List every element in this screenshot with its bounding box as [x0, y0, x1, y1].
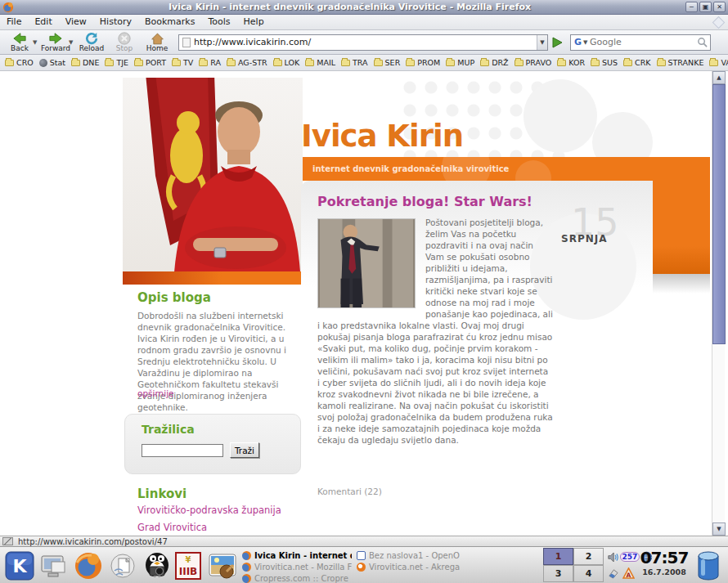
- pager-desktop-1[interactable]: 1: [543, 548, 573, 565]
- search-bar[interactable]: G ▼: [570, 34, 711, 51]
- folder-icon: [480, 60, 489, 66]
- forward-button[interactable]: Forward: [39, 32, 72, 52]
- blog-search-input[interactable]: [142, 444, 223, 457]
- bookmark-folder-sus[interactable]: SUS: [591, 58, 618, 67]
- bookmark-folder-agstr[interactable]: AG-STR: [227, 58, 267, 67]
- bookmark-folder-tv[interactable]: TV: [172, 58, 193, 67]
- taskbar-clock[interactable]: 07:57 16.7.2008: [636, 548, 692, 576]
- bookmark-folder-crk[interactable]: CRK: [623, 58, 650, 67]
- maximize-button[interactable]: ▣: [699, 2, 712, 12]
- bookmark-folder-ra[interactable]: RA: [199, 58, 221, 67]
- folder-icon: [657, 60, 666, 66]
- comments-link[interactable]: Komentari (22): [317, 487, 382, 496]
- url-input[interactable]: [194, 37, 537, 47]
- bookmark-folder-tje[interactable]: TJE: [105, 58, 128, 67]
- window-titlebar[interactable]: Ivica Kirin - internet dnevnik gradonače…: [0, 0, 728, 15]
- blue-cylinder-icon[interactable]: [695, 549, 721, 582]
- svg-text:A: A: [627, 572, 631, 579]
- iiib-launcher[interactable]: ¥ IIIB: [175, 551, 201, 581]
- pager-desktop-4[interactable]: 4: [573, 565, 604, 582]
- bookmark-folder-cro[interactable]: CRO: [5, 58, 34, 67]
- bookmark-folder-kor[interactable]: KOR: [557, 58, 585, 67]
- ksnapshot-launcher[interactable]: [142, 551, 172, 581]
- post-title[interactable]: Pokretanje bloga! Star Wars!: [317, 194, 533, 209]
- pager-desktop-2[interactable]: 2: [573, 548, 604, 565]
- openoffice-launcher[interactable]: [108, 551, 137, 581]
- folder-icon: [5, 60, 14, 66]
- menu-tools[interactable]: Tools: [201, 15, 236, 29]
- menu-edit[interactable]: Edit: [28, 15, 58, 29]
- bookmark-folder-mup[interactable]: MUP: [446, 58, 474, 67]
- taskbar-window-cropress[interactable]: Cropress.com :: Cropre: [242, 572, 352, 583]
- bookmark-folder-stranke[interactable]: STRANKE: [657, 58, 704, 67]
- menu-file[interactable]: File: [0, 15, 28, 29]
- bookmarks-toolbar: CRO Stat DNE TJE PORT TV RA AG-STR LOK M…: [0, 55, 728, 71]
- browser-viewport: Ivica Kirin internet dnevnik gradonačeln…: [0, 71, 728, 536]
- magnifier-icon[interactable]: [697, 37, 708, 47]
- taskbar-window-virovitica-net[interactable]: Virovitica.net - Mozilla F: [242, 561, 352, 572]
- bookmark-folder-lok[interactable]: LOK: [273, 58, 300, 67]
- bookmark-folder-prom[interactable]: PROM: [406, 58, 440, 67]
- bookmark-folder-mail[interactable]: MAIL: [305, 58, 335, 67]
- google-engine-icon[interactable]: G: [574, 37, 582, 47]
- bookmark-folder-tra[interactable]: TRA: [341, 58, 368, 67]
- klipper-icon[interactable]: [607, 568, 619, 579]
- link-zupanija[interactable]: Virovitičko-podravska županija: [137, 505, 281, 516]
- window-title: Ivica Kirin - internet dnevnik gradonače…: [14, 2, 685, 12]
- status-icon: [2, 537, 13, 545]
- bookmark-folder-ser[interactable]: SER: [374, 58, 401, 67]
- minimize-button[interactable]: ─: [685, 2, 698, 12]
- engine-dropdown[interactable]: ▼: [583, 39, 590, 46]
- folder-icon: [341, 60, 350, 66]
- openoffice-icon: [357, 551, 366, 560]
- go-button[interactable]: [550, 36, 564, 49]
- folder-icon: [273, 60, 282, 66]
- alarm-warning-icon[interactable]: A: [622, 567, 635, 579]
- taskbar-window-openoffice[interactable]: Bez naslova1 - OpenO: [357, 549, 466, 561]
- bookmark-folder-vat[interactable]: VAT: [709, 58, 728, 67]
- bookmark-folder-port[interactable]: PORT: [134, 58, 166, 67]
- image-viewer-launcher[interactable]: [208, 551, 237, 581]
- back-dropdown[interactable]: ▼: [33, 39, 39, 46]
- menu-bookmarks[interactable]: Bookmarks: [138, 15, 201, 29]
- pager-desktop-3[interactable]: 3: [543, 565, 573, 582]
- forward-dropdown[interactable]: ▼: [69, 39, 75, 46]
- vertical-scrollbar[interactable]: ▲ ▼: [712, 71, 725, 536]
- kmenu-button[interactable]: K: [5, 551, 34, 581]
- post-body: Poštovani posjetitelji bloga, želim Vas …: [317, 217, 553, 446]
- about-more-link[interactable]: opširnije: [137, 388, 174, 398]
- volume-icon[interactable]: [607, 551, 619, 563]
- reload-button[interactable]: Reload: [75, 32, 108, 52]
- kde-taskbar: K ¥: [0, 546, 728, 583]
- menu-help[interactable]: Help: [237, 15, 271, 29]
- link-grad-virovitica[interactable]: Grad Virovitica: [137, 522, 207, 533]
- desktop-pager: 1 2 3 4: [543, 548, 604, 583]
- folder-icon: [623, 60, 632, 66]
- bookmark-stat[interactable]: Stat: [39, 58, 65, 67]
- blog-search-button[interactable]: Traži: [230, 442, 259, 458]
- url-history-dropdown[interactable]: ▼: [537, 35, 547, 50]
- url-bar[interactable]: ▼: [178, 34, 548, 51]
- folder-icon: [71, 60, 80, 66]
- bookmark-folder-pravo[interactable]: PRAVO: [515, 58, 552, 67]
- close-button[interactable]: ✕: [713, 2, 726, 12]
- menu-view[interactable]: View: [59, 15, 93, 29]
- ivica-kirin-photo: [123, 78, 303, 285]
- web-search-input[interactable]: [590, 37, 697, 47]
- bookmark-folder-drz[interactable]: DRŽ: [480, 58, 508, 67]
- firefox-launcher[interactable]: [74, 551, 103, 581]
- desktop-screen: Ivica Kirin - internet dnevnik gradonače…: [0, 0, 728, 583]
- folder-icon: [172, 60, 181, 66]
- bookmark-folder-dne[interactable]: DNE: [71, 58, 99, 67]
- menu-history[interactable]: History: [93, 15, 138, 29]
- show-desktop-button[interactable]: [39, 551, 69, 581]
- back-button[interactable]: Back: [3, 32, 36, 52]
- home-button[interactable]: Home: [141, 32, 173, 52]
- scroll-down-button[interactable]: ▼: [712, 522, 726, 536]
- scroll-up-button[interactable]: ▲: [712, 71, 726, 84]
- scrollbar-thumb[interactable]: [712, 84, 726, 344]
- stop-button[interactable]: Stop: [108, 32, 141, 52]
- akregator-icon: [357, 563, 366, 572]
- taskbar-window-ivicakirin[interactable]: Ivica Kirin - internet d: [242, 549, 352, 561]
- taskbar-window-akregator[interactable]: Virovitica.net - Akrega: [357, 561, 466, 572]
